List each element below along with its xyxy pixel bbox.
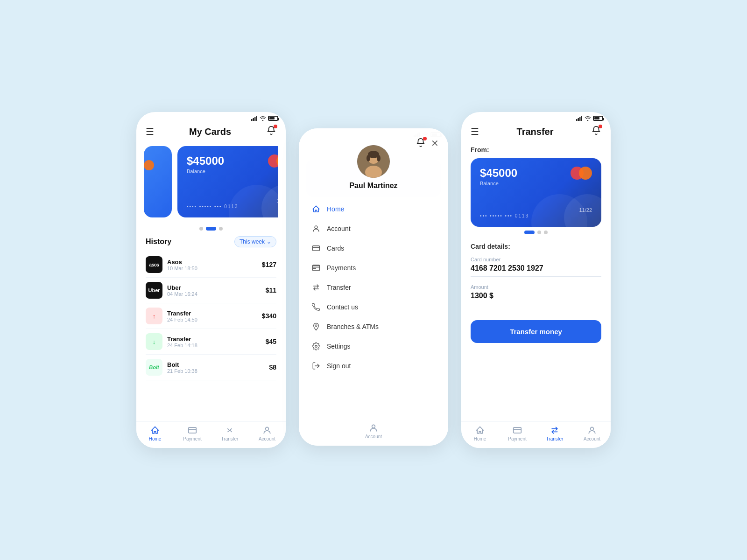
uber-icon: Uber xyxy=(146,282,162,299)
wifi-icon-3 xyxy=(585,116,591,121)
svg-rect-25 xyxy=(576,119,578,121)
nav-account-3[interactable]: Account xyxy=(573,426,611,441)
battery-icon-3 xyxy=(593,116,603,121)
status-bar-3 xyxy=(461,112,611,121)
svg-point-31 xyxy=(591,427,594,430)
svg-rect-26 xyxy=(578,118,579,121)
indicator-dot-2 xyxy=(206,227,216,231)
transaction-asos[interactable]: asos Asos 10 Mar 18:50 $127 xyxy=(146,252,276,278)
notification-bell-3[interactable] xyxy=(591,126,601,138)
mastercard-logo xyxy=(268,154,278,168)
card-mini-left[interactable] xyxy=(144,146,172,217)
menu-item-branches[interactable]: Branches & ATMs xyxy=(308,317,439,336)
account-nav-icon-3 xyxy=(587,426,597,435)
signal-icon xyxy=(251,116,258,121)
header-1: ☰ My Cards xyxy=(136,121,286,140)
nav-account-menu[interactable]: Account xyxy=(299,423,448,439)
nav-payment-1[interactable]: Payment xyxy=(174,426,211,441)
phone-mycards: ☰ My Cards xyxy=(136,112,286,448)
card-balance-label: Balance xyxy=(187,168,224,174)
header-3: ☰ Transfer xyxy=(461,121,611,140)
user-avatar xyxy=(357,145,390,178)
indicator-dot-1 xyxy=(199,227,203,231)
account-icon-menu xyxy=(369,423,378,433)
nav-payment-3[interactable]: Payment xyxy=(499,426,536,441)
history-header: History This week ⌄ xyxy=(136,236,286,252)
nav-transfer-1[interactable]: Transfer xyxy=(211,426,248,441)
transfer-content: From: $45000 Balance ••• ••••• ••• 0113 … xyxy=(461,140,611,349)
transfer-card[interactable]: $45000 Balance ••• ••••• ••• 0113 11/22 xyxy=(471,158,601,227)
nav-home-1[interactable]: Home xyxy=(136,426,174,441)
wifi-icon xyxy=(260,116,266,121)
notification-bell[interactable] xyxy=(266,126,276,138)
transaction-transfer-up[interactable]: ↑ Transfer 24 Feb 14:50 $340 xyxy=(146,303,276,329)
menu-cards-icon xyxy=(312,244,320,252)
svg-rect-0 xyxy=(251,119,253,121)
svg-point-6 xyxy=(266,427,269,430)
svg-rect-4 xyxy=(189,427,197,433)
menu-item-payments[interactable]: Payments xyxy=(308,258,439,278)
svg-point-17 xyxy=(315,226,317,229)
card-number-value[interactable]: 4168 7201 2530 1927 xyxy=(471,264,601,277)
transaction-bolt[interactable]: Bolt Bolt 21 Feb 10:38 $8 xyxy=(146,355,276,380)
avatar-image xyxy=(357,145,390,178)
menu-payments-icon xyxy=(312,264,320,272)
phone-transfer: ☰ Transfer From: $45000 Balance xyxy=(461,112,611,448)
menu-item-signout[interactable]: Sign out xyxy=(308,356,439,376)
asos-info: Asos 10 Mar 18:50 xyxy=(167,259,257,271)
nav-home-3[interactable]: Home xyxy=(461,426,499,441)
svg-point-16 xyxy=(377,155,381,161)
hamburger-icon[interactable]: ☰ xyxy=(146,126,154,137)
nav-account-1[interactable]: Account xyxy=(248,426,286,441)
menu-signout-icon xyxy=(312,362,320,370)
status-bar-1 xyxy=(136,112,286,121)
menu-bottom-account: Account xyxy=(299,423,448,439)
amount-value[interactable]: 1300 $ xyxy=(471,292,601,304)
card-indicator xyxy=(136,227,286,231)
svg-point-24 xyxy=(372,425,375,428)
battery-icon xyxy=(268,116,278,121)
transaction-list: asos Asos 10 Mar 18:50 $127 Uber Uber 04… xyxy=(136,252,286,380)
menu-home-icon xyxy=(312,205,320,213)
main-credit-card[interactable]: $45000 Balance •••• ••••• ••• 0113 11/22 xyxy=(177,146,278,217)
transaction-uber[interactable]: Uber Uber 04 Mar 16:24 $11 xyxy=(146,278,276,303)
transfer-money-button[interactable]: Transfer money xyxy=(471,320,601,343)
side-menu: ✕ xyxy=(299,128,448,446)
transaction-transfer-down[interactable]: ↓ Transfer 24 Feb 14:18 $45 xyxy=(146,329,276,355)
notification-dot xyxy=(274,125,277,128)
menu-account-icon xyxy=(312,224,320,233)
payment-nav-icon xyxy=(188,426,197,435)
transfer-down-icon: ↓ xyxy=(146,333,162,350)
menu-contact-icon xyxy=(312,303,320,311)
card-number-group: Card number 4168 7201 2530 1927 xyxy=(471,257,601,277)
menu-item-home[interactable]: Home xyxy=(308,199,439,219)
close-button[interactable]: ✕ xyxy=(431,138,439,149)
signal-icon-3 xyxy=(576,116,583,121)
svg-rect-3 xyxy=(256,116,258,121)
menu-item-contact[interactable]: Contact us xyxy=(308,297,439,317)
menu-bell[interactable] xyxy=(416,138,426,150)
hamburger-icon-3[interactable]: ☰ xyxy=(471,126,479,137)
user-name: Paul Martinez xyxy=(349,182,397,190)
svg-rect-1 xyxy=(253,118,254,121)
menu-location-icon xyxy=(312,322,320,331)
svg-point-15 xyxy=(366,155,370,161)
svg-rect-29 xyxy=(514,427,521,433)
nav-transfer-3[interactable]: Transfer xyxy=(536,426,573,441)
svg-point-22 xyxy=(315,345,317,348)
payment-nav-icon-3 xyxy=(513,426,522,435)
notification-dot-3 xyxy=(599,125,602,128)
menu-item-account[interactable]: Account xyxy=(308,219,439,238)
page-title-3: Transfer xyxy=(517,126,554,137)
phone-menu: ✕ xyxy=(299,128,448,446)
menu-item-settings[interactable]: Settings xyxy=(308,336,439,356)
card-number-label: Card number xyxy=(471,257,601,262)
menu-item-cards[interactable]: Cards xyxy=(308,238,439,258)
filter-badge[interactable]: This week ⌄ xyxy=(234,236,276,247)
transfer-down-info: Transfer 24 Feb 14:18 xyxy=(167,336,261,348)
menu-items-list: Home Account Cards xyxy=(308,199,439,376)
menu-item-transfer[interactable]: Transfer xyxy=(308,278,439,297)
app-container: ☰ My Cards xyxy=(136,93,611,467)
svg-rect-18 xyxy=(313,246,320,251)
transfer-nav-icon xyxy=(225,426,234,435)
